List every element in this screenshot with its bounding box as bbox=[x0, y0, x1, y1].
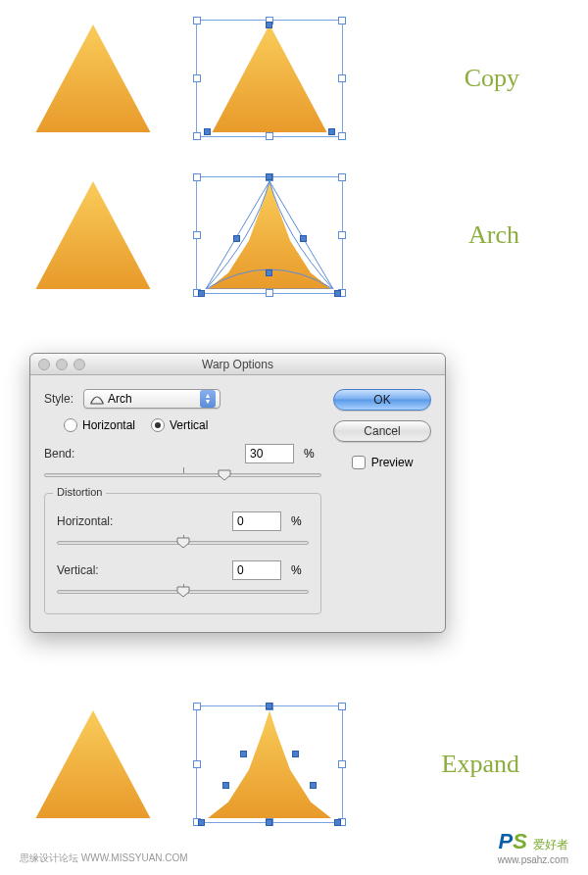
style-label: Style: bbox=[44, 392, 74, 406]
distortion-v-input[interactable] bbox=[232, 560, 281, 580]
distortion-h-slider[interactable] bbox=[57, 533, 309, 551]
bend-input[interactable] bbox=[245, 444, 294, 463]
triangle-original-3 bbox=[29, 710, 157, 818]
window-controls[interactable] bbox=[38, 359, 85, 370]
dialog-titlebar[interactable]: Warp Options bbox=[30, 354, 445, 375]
warp-options-dialog: Warp Options Style: Arch ▲▼ Horizontal bbox=[29, 353, 446, 633]
orientation-vertical-radio[interactable]: Vertical bbox=[151, 418, 208, 432]
distortion-v-slider[interactable] bbox=[57, 582, 309, 600]
ps-logo: PS 爱好者 bbox=[498, 829, 568, 854]
distortion-group: Distortion Horizontal: % Vertical: bbox=[44, 493, 321, 614]
distortion-h-percent: % bbox=[291, 514, 309, 528]
bend-slider[interactable] bbox=[44, 465, 321, 483]
preview-checkbox[interactable] bbox=[352, 456, 366, 469]
chevron-updown-icon: ▲▼ bbox=[200, 390, 216, 408]
triangle-copy-selected[interactable] bbox=[196, 20, 343, 137]
ok-button[interactable]: OK bbox=[333, 389, 431, 411]
distortion-v-percent: % bbox=[291, 563, 309, 577]
triangle-arch-selected[interactable] bbox=[196, 176, 343, 294]
step-row-expand: Expand bbox=[0, 686, 588, 843]
distortion-v-label: Vertical: bbox=[57, 563, 125, 577]
minimize-icon[interactable] bbox=[56, 359, 68, 370]
style-selected-value: Arch bbox=[104, 392, 200, 406]
watermark-left: 思缘设计论坛 WWW.MISSYUAN.COM bbox=[20, 851, 188, 865]
triangle-original-2 bbox=[29, 181, 157, 289]
bend-label: Bend: bbox=[44, 447, 113, 461]
horizontal-label: Horizontal bbox=[82, 418, 135, 432]
orientation-horizontal-radio[interactable]: Horizontal bbox=[64, 418, 135, 432]
preview-checkbox-row[interactable]: Preview bbox=[333, 456, 431, 469]
arch-icon bbox=[90, 393, 104, 405]
footer-watermark: 思缘设计论坛 WWW.MISSYUAN.COM PS 爱好者 www.psahz… bbox=[0, 829, 588, 865]
dialog-title: Warp Options bbox=[202, 358, 273, 371]
close-icon[interactable] bbox=[38, 359, 50, 370]
preview-label: Preview bbox=[371, 456, 414, 469]
distortion-legend: Distortion bbox=[53, 486, 106, 498]
triangle-expand-selected[interactable] bbox=[196, 705, 343, 823]
triangle-original bbox=[29, 24, 157, 132]
watermark-right-url: www.psahz.com bbox=[498, 854, 568, 865]
style-select[interactable]: Arch ▲▼ bbox=[83, 389, 220, 409]
step-row-arch: Arch bbox=[0, 157, 588, 314]
vertical-label: Vertical bbox=[170, 418, 208, 432]
distortion-h-label: Horizontal: bbox=[57, 514, 125, 528]
cancel-button[interactable]: Cancel bbox=[333, 420, 431, 442]
zoom-icon[interactable] bbox=[74, 359, 85, 370]
step-label-arch: Arch bbox=[468, 220, 519, 250]
distortion-h-input[interactable] bbox=[232, 511, 281, 531]
step-label-copy: Copy bbox=[465, 64, 519, 93]
step-label-expand: Expand bbox=[442, 750, 519, 779]
step-row-copy: Copy bbox=[0, 0, 588, 157]
bend-percent: % bbox=[304, 447, 321, 461]
